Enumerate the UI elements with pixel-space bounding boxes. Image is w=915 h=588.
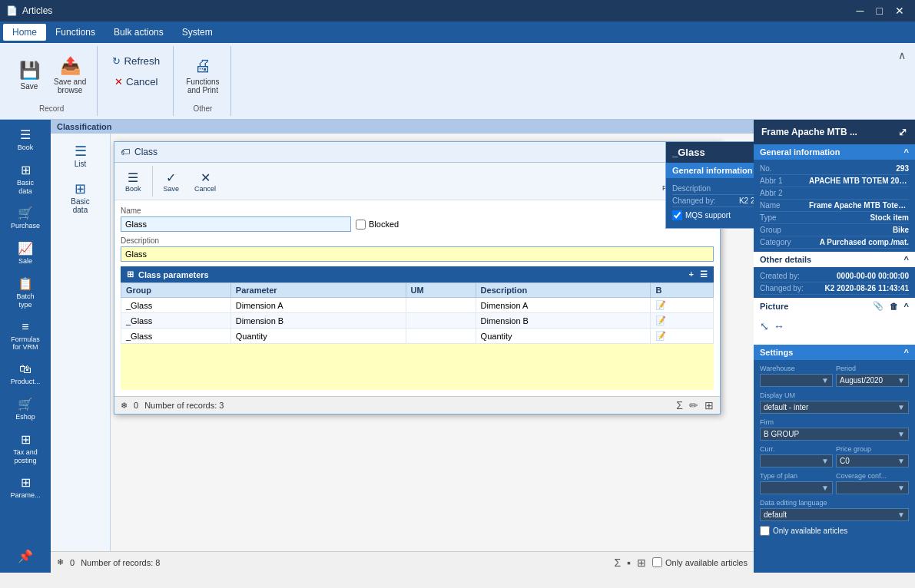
bottom-sigma-icon[interactable]: Σ <box>614 557 621 569</box>
rp-period-arrow: ▼ <box>897 376 905 385</box>
basic-data-button[interactable]: ⊞ Basicdata <box>64 177 98 217</box>
functions-print-label: Functions and Print <box>186 78 219 94</box>
sidebar-item-formulas[interactable]: ≡ Formulasfor VRM <box>3 315 48 357</box>
rp-abbr2-row: Abbr 2 <box>760 187 909 200</box>
rp-firm-select[interactable]: B GROUP ▼ <box>760 428 909 441</box>
cancel-button[interactable]: ✕ Cancel <box>105 73 167 91</box>
bottom-grid1-icon[interactable]: ▪ <box>627 557 631 569</box>
rp-section-other[interactable]: Other details ^ <box>754 252 915 267</box>
sidebar-item-purchase[interactable]: 🛒 Purchase <box>3 201 48 235</box>
save-button[interactable]: 💾 Save <box>12 58 46 94</box>
rp-section-general[interactable]: General information ^ <box>754 144 915 160</box>
rp-abbr2-label: Abbr 2 <box>760 189 782 197</box>
rp-curr-select[interactable]: ▼ <box>760 454 833 467</box>
sidebar-item-batch-type[interactable]: 📋 Batchtype <box>3 272 48 314</box>
rp-section-settings[interactable]: Settings ^ <box>754 345 915 360</box>
glass-changed-by-row: Changed by: K2 26.08.2020 <box>672 195 754 207</box>
class-book-button[interactable]: ☰ Book <box>121 168 146 195</box>
list-button[interactable]: ☰ List <box>64 140 98 171</box>
functions-print-button[interactable]: 🖨 Functions and Print <box>181 53 224 97</box>
rp-created-label: Created by: <box>760 272 800 280</box>
only-available-checkbox[interactable] <box>760 526 770 536</box>
row3-edit-icon[interactable]: 📝 <box>655 331 666 340</box>
rp-coverage-select[interactable]: ▼ <box>836 481 909 494</box>
rp-changed-row: Changed by: K2 2020-08-26 11:43:41 <box>760 282 909 295</box>
bottom-grid2-icon[interactable]: ⊞ <box>637 557 646 569</box>
blocked-label: Blocked <box>369 220 399 229</box>
menu-functions[interactable]: Functions <box>46 24 104 41</box>
edit-icon[interactable]: ✏ <box>689 399 698 411</box>
row3-um <box>406 329 476 344</box>
sidebar-item-basic-data[interactable]: ⊞ Basicdata <box>3 158 48 200</box>
attach-icon[interactable]: 📎 <box>873 301 884 311</box>
menu-system[interactable]: System <box>173 24 222 41</box>
sidebar-item-product[interactable]: 🛍 Product... <box>3 358 48 391</box>
row1-edit-icon[interactable]: 📝 <box>655 300 666 309</box>
params-menu-icon[interactable]: ☰ <box>700 269 708 279</box>
rp-plan-select[interactable]: ▼ <box>760 481 833 494</box>
glass-section-general[interactable]: General information ^ <box>666 163 754 178</box>
blocked-checkbox[interactable] <box>356 220 366 230</box>
menu-home[interactable]: Home <box>3 24 46 41</box>
rp-changed-label: Changed by: <box>760 284 804 292</box>
minimize-button[interactable]: ─ <box>852 3 869 18</box>
only-available-checkbox-label[interactable]: Only available articles <box>760 526 909 536</box>
class-book-label: Book <box>125 185 141 193</box>
delete-pic-icon[interactable]: 🗑 <box>890 302 898 311</box>
sidebar-item-eshop[interactable]: 🛒 Eshop <box>3 392 48 426</box>
class-cancel-button[interactable]: ✕ Cancel <box>190 168 220 195</box>
collapse-icon: ∧ <box>898 49 906 61</box>
grid-icon[interactable]: ⊞ <box>704 399 714 411</box>
rp-no-value: 293 <box>896 164 909 173</box>
rp-warehouse-select[interactable]: ▼ <box>760 374 833 387</box>
row2-parameter: Dimension B <box>230 313 406 329</box>
ribbon-collapse-button[interactable]: ∧ <box>895 46 909 116</box>
sidebar-item-pin[interactable]: 📌 <box>3 544 48 570</box>
sale-icon: 📈 <box>18 241 33 256</box>
rp-other-content: Created by: 0000-00-00 00:00:00 Changed … <box>754 267 915 298</box>
params-section-controls: + ☰ <box>689 269 708 279</box>
rp-category-row: Category A Purchased comp./mat. <box>760 236 909 249</box>
glass-changed-by-label: Changed by: <box>672 197 716 205</box>
available-articles-checkbox[interactable] <box>652 557 662 567</box>
params-expand-icon[interactable]: + <box>689 269 694 279</box>
blocked-checkbox-label[interactable]: Blocked <box>356 220 399 230</box>
save-browse-button[interactable]: 📤 Save and browse <box>49 53 91 97</box>
available-articles-checkbox-label[interactable]: Only available articles <box>652 557 748 567</box>
sidebar-item-params[interactable]: ⊞ Parame... <box>3 471 48 504</box>
cancel-icon: ✕ <box>114 76 123 88</box>
formulas-icon: ≡ <box>22 320 28 334</box>
rp-plan-arrow: ▼ <box>821 484 829 492</box>
right-panel-expand-icon[interactable]: ⤢ <box>898 126 907 138</box>
fit-pic-icon[interactable]: ↔ <box>774 320 784 339</box>
name-input[interactable] <box>121 216 351 232</box>
rp-period-select[interactable]: August/2020 ▼ <box>836 374 909 387</box>
rp-data-lang-value: default <box>764 510 787 519</box>
rp-price-group-label: Price group <box>836 445 909 453</box>
class-save-button[interactable]: ✓ Save <box>159 168 184 195</box>
bottom-actions: Σ ▪ ⊞ Only available articles <box>614 557 748 569</box>
refresh-button[interactable]: ↻ Refresh <box>105 52 167 70</box>
sigma-icon[interactable]: Σ <box>676 399 683 411</box>
bottom-records-label: Number of records: 8 <box>81 558 160 567</box>
rp-price-group-select[interactable]: C0 ▼ <box>836 454 909 467</box>
rp-section-picture[interactable]: Picture 📎 🗑 ^ <box>754 298 915 314</box>
close-button[interactable]: ✕ <box>890 3 909 18</box>
rp-data-lang-select[interactable]: default ▼ <box>760 508 909 521</box>
sidebar-item-tax-posting[interactable]: ⊞ Tax andposting <box>3 428 48 470</box>
maximize-button[interactable]: □ <box>872 3 887 18</box>
expand-pic-icon[interactable]: ⤡ <box>760 320 769 339</box>
rp-created-row: Created by: 0000-00-00 00:00:00 <box>760 270 909 282</box>
ribbon-record-label: Record <box>39 101 64 113</box>
description-input[interactable] <box>121 246 714 262</box>
menu-bar: Home Functions Bulk actions System <box>0 21 915 43</box>
rp-picture-label: Picture <box>760 302 788 311</box>
row2-edit-icon[interactable]: 📝 <box>655 315 666 325</box>
mqs-checkbox[interactable] <box>672 210 682 220</box>
app-title: Articles <box>22 5 52 16</box>
name-field-row: Name Blocked <box>121 206 714 232</box>
rp-display-um-select[interactable]: default - inter ▼ <box>760 401 909 414</box>
sidebar-item-book[interactable]: ☰ Book <box>3 123 48 157</box>
menu-bulk-actions[interactable]: Bulk actions <box>104 24 173 41</box>
sidebar-item-sale[interactable]: 📈 Sale <box>3 236 48 270</box>
